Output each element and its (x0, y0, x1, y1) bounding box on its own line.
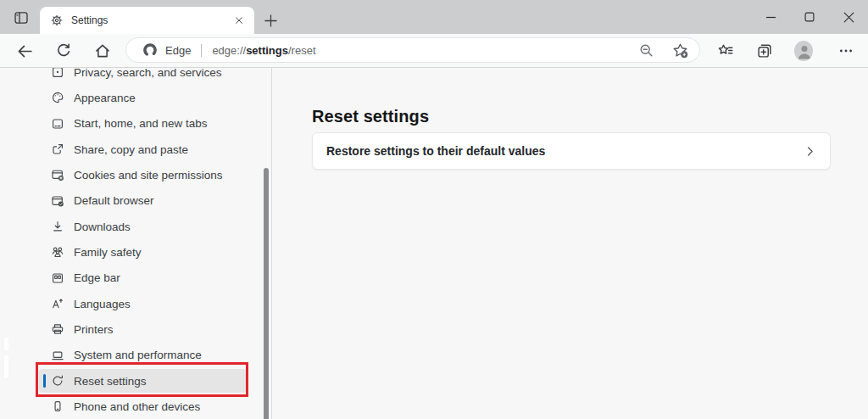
languages-icon (51, 297, 64, 310)
add-favorite-button[interactable] (670, 41, 689, 59)
cookies-icon (51, 168, 64, 182)
sidebar-item-label: Appearance (74, 92, 136, 104)
url-separator (201, 44, 202, 57)
chevron-right-icon (804, 145, 816, 158)
sidebar-item-family-safety[interactable]: Family safety (0, 239, 271, 265)
sidebar-item-start-home-newtabs[interactable]: Start, home, and new tabs (0, 111, 271, 137)
computer-icon (51, 349, 64, 362)
edge-logo-icon (142, 42, 159, 59)
minimize-button[interactable] (751, 0, 790, 34)
url-host: settings (246, 44, 288, 57)
artifact-bar (4, 338, 8, 350)
sidebar-item-downloads[interactable]: Downloads (0, 214, 271, 239)
ellipsis-icon (838, 43, 854, 59)
sidebar-item-printers[interactable]: Printers (0, 316, 271, 342)
refresh-icon (55, 42, 72, 59)
sidebar-item-label: Privacy, search, and services (74, 68, 222, 79)
favorites-hub-icon (717, 42, 734, 59)
vertical-tabs-icon (14, 10, 29, 25)
sidebar-item-phone-devices[interactable]: Phone and other devices (0, 394, 271, 419)
minimize-icon (765, 12, 776, 23)
sidebar-item-label: Reset settings (74, 375, 147, 388)
sidebar-item-label: Family safety (74, 246, 142, 259)
close-window-button[interactable] (829, 0, 868, 34)
person-icon (794, 41, 813, 61)
privacy-shield-icon (51, 68, 64, 79)
magnifier-minus-icon (638, 42, 654, 59)
new-tab-button[interactable] (259, 9, 281, 31)
sidebar-item-edge-bar[interactable]: Edge bar (0, 265, 271, 291)
printer-icon (51, 322, 64, 336)
sidebar-item-label: Share, copy and paste (74, 143, 188, 156)
selected-accent-bar (43, 374, 46, 388)
gear-icon (50, 14, 64, 27)
tab-actions-menu-button[interactable] (10, 8, 32, 28)
sidebar-item-default-browser[interactable]: Default browser (0, 188, 271, 214)
zoom-out-button[interactable] (637, 41, 655, 59)
plus-icon (264, 14, 278, 28)
sidebar-item-share-copy-paste[interactable]: Share, copy and paste (0, 137, 271, 162)
maximize-button[interactable] (790, 0, 829, 34)
address-bar[interactable]: Edge edge://settings/reset (125, 37, 700, 63)
sidebar-item-privacy[interactable]: Privacy, search, and services (0, 68, 271, 85)
sidebar-item-label: Start, home, and new tabs (74, 117, 208, 130)
sidebar-item-label: Downloads (74, 221, 131, 233)
tab-close-button[interactable] (230, 11, 248, 30)
url-path: /reset (288, 44, 316, 57)
settings-and-more-button[interactable] (837, 42, 855, 60)
window-controls (751, 0, 868, 34)
settings-page: Privacy, search, and services Appearance… (0, 68, 868, 419)
back-arrow-icon (16, 42, 34, 60)
sidebar-item-system-performance[interactable]: System and performance (0, 343, 271, 368)
restore-defaults-label: Restore settings to their default values (326, 144, 804, 158)
settings-sidebar: Privacy, search, and services Appearance… (0, 68, 272, 419)
family-icon (51, 245, 64, 259)
reset-arrow-icon (51, 374, 64, 388)
phone-icon (51, 399, 64, 413)
close-icon (234, 15, 244, 25)
titlebar: Settings (0, 0, 868, 34)
url-text: edge://settings/reset (212, 44, 315, 57)
page-title: Reset settings (312, 107, 429, 126)
refresh-button[interactable] (54, 42, 73, 60)
sidebar-item-label: System and performance (74, 349, 202, 361)
site-label: Edge (165, 44, 191, 57)
home-icon (94, 42, 111, 59)
sidebar-item-label: Edge bar (74, 271, 120, 284)
close-icon (843, 12, 854, 23)
start-page-icon (51, 117, 64, 131)
download-arrow-icon (51, 220, 64, 233)
tab-settings[interactable]: Settings (40, 7, 254, 34)
sidebar-item-label: Phone and other devices (74, 400, 200, 413)
appearance-palette-icon (51, 91, 64, 104)
default-browser-icon (51, 194, 64, 208)
restore-defaults-card[interactable]: Restore settings to their default values (312, 132, 831, 170)
url-scheme: edge:// (212, 44, 246, 57)
sidebar-scrollbar-thumb[interactable] (264, 168, 269, 419)
profile-avatar (794, 41, 813, 61)
sidebar-item-cookies-permissions[interactable]: Cookies and site permissions (0, 162, 271, 187)
sidebar-item-label: Default browser (74, 194, 154, 207)
sidebar-item-label: Printers (74, 323, 114, 336)
sidebar-item-languages[interactable]: Languages (0, 291, 271, 316)
share-icon (51, 142, 64, 156)
sidebar-item-reset-settings[interactable]: Reset settings (0, 368, 271, 394)
sidebar-nav: Privacy, search, and services Appearance… (0, 68, 271, 419)
maximize-icon (804, 12, 815, 22)
back-button[interactable] (15, 42, 34, 60)
sidebar-item-label: Languages (74, 298, 131, 310)
collections-button[interactable] (755, 42, 774, 60)
star-plus-icon (672, 42, 688, 59)
profile-button[interactable] (794, 42, 813, 60)
sidebar-item-label: Cookies and site permissions (74, 169, 223, 182)
home-button[interactable] (93, 42, 112, 60)
sidebar-item-appearance[interactable]: Appearance (0, 85, 271, 110)
tab-title: Settings (71, 14, 230, 26)
main-pane: Reset settings Restore settings to their… (272, 68, 868, 419)
edge-bar-icon (51, 271, 64, 285)
collections-icon (756, 42, 773, 59)
favorites-button[interactable] (716, 42, 735, 60)
artifact-bar (4, 355, 8, 378)
